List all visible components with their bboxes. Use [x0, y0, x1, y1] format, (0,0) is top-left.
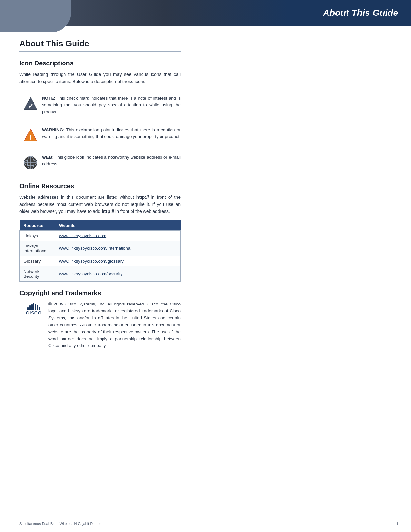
web-label: WEB: [42, 155, 54, 160]
online-intro-part3: in front of the web address. [114, 209, 170, 214]
note-text: This check mark indicates that there is … [42, 96, 181, 114]
cisco-bar-6 [37, 305, 38, 310]
web-icon-area [19, 154, 42, 170]
page-title: About This Guide [19, 39, 181, 52]
footer-product-name: Simultaneous Dual-Band Wireless-N Gigabi… [19, 522, 101, 526]
web-text: This globe icon indicates a noteworthy w… [42, 155, 181, 167]
cisco-logo: CISCO [26, 303, 42, 315]
table-row: Linksys International www.linksysbycisco… [20, 241, 181, 256]
note-label: NOTE: [42, 96, 55, 101]
international-url[interactable]: www.linksysbycisco.com/international [59, 246, 131, 251]
copyright-text: © 2009 Cisco Systems, Inc. All rights re… [48, 301, 181, 349]
warning-icon-area: ! [19, 126, 42, 143]
web-icon [23, 155, 38, 170]
cisco-text: CISCO [26, 310, 42, 315]
header-title: About This Guide [323, 8, 411, 18]
web-description: WEB: This globe icon indicates a notewor… [42, 154, 181, 168]
http2-text: http:// [102, 209, 114, 214]
cisco-bars [27, 303, 40, 310]
resource-name-security: Network Security [20, 266, 55, 281]
table-header-website: Website [55, 220, 181, 231]
resource-url-security: www.linksysbycisco.com/security [55, 266, 181, 281]
resources-table: Resource Website Linksys www.linksysbyci… [19, 220, 181, 282]
warning-icon: ! [23, 128, 38, 143]
resource-name-international: Linksys International [20, 241, 55, 256]
svg-text:!: ! [29, 134, 32, 142]
table-header-resource: Resource [20, 220, 55, 231]
copyright-title: Copyright and Trademarks [19, 289, 181, 297]
resource-name-linksys: Linksys [20, 230, 55, 241]
cisco-bar-3 [31, 304, 33, 310]
main-content: About This Guide Icon Descriptions While… [19, 32, 181, 356]
svg-text:✓: ✓ [28, 102, 34, 110]
resource-name-glossary: Glossary [20, 256, 55, 266]
resource-url-glossary: www.linksysbycisco.com/glossary [55, 256, 181, 266]
header-bar: About This Guide [0, 0, 411, 26]
sidebar-accent [0, 0, 71, 32]
note-description: NOTE: This check mark indicates that the… [42, 95, 181, 116]
icon-descriptions-title: Icon Descriptions [19, 60, 181, 67]
cisco-bar-2 [29, 305, 31, 310]
footer-page-number: i [397, 522, 398, 526]
security-url[interactable]: www.linksysbycisco.com/security [59, 271, 122, 276]
web-icon-block: WEB: This globe icon indicates a notewor… [19, 150, 181, 170]
section-divider-1 [19, 177, 181, 177]
glossary-url[interactable]: www.linksysbycisco.com/glossary [59, 259, 124, 264]
http-text: http:// [136, 195, 149, 200]
cisco-bar-5 [35, 304, 36, 310]
icon-descriptions-intro: While reading through the User Guide you… [19, 71, 181, 85]
online-resources-title: Online Resources [19, 182, 181, 190]
cisco-bar-7 [39, 307, 40, 310]
copyright-block: CISCO © 2009 Cisco Systems, Inc. All rig… [19, 301, 181, 349]
table-row: Network Security www.linksysbycisco.com/… [20, 266, 181, 281]
cisco-logo-area: CISCO [19, 301, 48, 315]
table-row: Linksys www.linksysbycisco.com [20, 230, 181, 241]
cisco-bar-4 [33, 303, 34, 310]
note-icon-block: ✓ NOTE: This check mark indicates that t… [19, 91, 181, 116]
note-icon: ✓ [23, 96, 38, 111]
warning-label: WARNING: [42, 127, 64, 132]
warning-icon-block: ! WARNING: This exclamation point indica… [19, 122, 181, 143]
linksys-url[interactable]: www.linksysbycisco.com [59, 233, 106, 238]
table-row: Glossary www.linksysbycisco.com/glossary [20, 256, 181, 266]
note-icon-area: ✓ [19, 95, 42, 111]
resource-url-linksys: www.linksysbycisco.com [55, 230, 181, 241]
warning-description: WARNING: This exclamation point indicate… [42, 126, 181, 140]
cisco-bar-1 [27, 307, 29, 310]
resource-url-international: www.linksysbycisco.com/international [55, 241, 181, 256]
footer: Simultaneous Dual-Band Wireless-N Gigabi… [19, 519, 398, 526]
online-resources-intro: Website addresses in this document are l… [19, 194, 181, 215]
online-intro-part1: Website addresses in this document are l… [19, 195, 136, 200]
